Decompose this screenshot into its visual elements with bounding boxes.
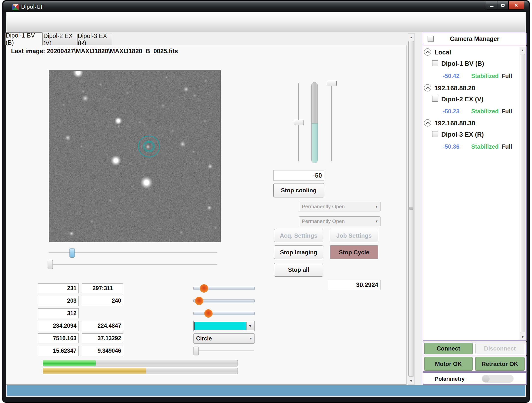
contrast-slider-handle[interactable] [70,248,75,258]
scroll-down-icon[interactable]: ▼ [519,333,526,340]
average-aperture-field[interactable]: 234.2094 [38,321,79,331]
star-field-image[interactable] [49,70,221,242]
stop-cooling-button[interactable]: Stop cooling [273,183,324,197]
chevron-down-icon: ▼ [373,205,380,208]
aperture-slider[interactable] [193,287,255,290]
last-image-path: Last image: 20200427\MAXIJ1820\MAXIJ1820… [11,48,178,55]
tree-group-ip20[interactable]: 192.168.88.20 [434,84,475,92]
internal-shutter-dropdown[interactable]: Permanently Open ▼ [299,202,380,211]
polarimetry-label: Polarimetry [435,376,465,382]
target-temperature-input[interactable]: -50 [273,170,324,181]
tree-camera-dipol1[interactable]: Dipol-1 BV (B) [441,60,484,67]
camera1-status: Stabilized [471,73,499,79]
chevron-up-icon [426,86,430,90]
intensity-aperture-field[interactable]: 7510.163 [38,333,79,343]
camera1-temperature: -50.42 [443,73,459,79]
acquisition-progress-fill [43,360,96,366]
annulus-slider[interactable] [193,312,255,315]
tab-label: Dipol-2 EX (V) [43,32,77,47]
line-thickness-handle[interactable] [193,347,199,355]
chevron-down-icon[interactable]: ▼ [246,322,254,330]
act-time-field[interactable]: 30.2924 [328,280,380,290]
camera-checkbox-dipol1[interactable] [432,60,438,66]
camera1-fan-mode: Full [502,73,512,79]
camera-checkbox-dipol2[interactable] [432,96,438,102]
expander-local[interactable] [424,48,431,56]
chevron-down-icon: ▼ [247,337,254,340]
image-contrast-slider[interactable] [49,252,217,253]
main-scrollbar[interactable]: ▲ ▼ [408,33,415,385]
cycle-progress-bar [43,368,238,374]
close-button[interactable]: ✕ [508,1,524,10]
toolbar-strip [7,12,525,32]
color-dropdown[interactable]: ▼ [193,321,255,331]
polarimetry-toggle[interactable] [482,375,514,383]
type-dropdown[interactable]: Circle ▼ [193,333,255,344]
stop-imaging-button[interactable]: Stop Imaging [274,245,323,259]
maximum-aperture-field[interactable]: 312 [38,308,79,318]
maximize-button[interactable] [497,1,508,10]
internal-shutter-value: Permanently Open [299,204,373,209]
minimum-aperture-field[interactable]: 203 [38,296,79,306]
tree-group-local[interactable]: Local [434,49,451,56]
fan-slider[interactable] [331,83,332,161]
color-swatch [194,322,246,330]
stop-all-button[interactable]: Stop all [274,263,323,277]
camera2-fan-mode: Full [502,108,512,115]
tree-scrollbar[interactable]: ▲ ▼ [519,47,526,340]
status-bar [7,385,525,396]
center-value-field[interactable]: 240 [82,296,123,306]
tree-scrollbar-thumb[interactable] [520,54,525,332]
gap-slider[interactable] [193,299,255,302]
camera2-temperature: -50.23 [443,108,459,115]
annulus-sd-field[interactable]: 9.349046 [82,346,123,356]
snr-field[interactable]: 37.13292 [82,333,123,343]
external-shutter-dropdown[interactable]: Permanently Open ▼ [299,216,380,226]
fan-slider-handle[interactable] [327,81,337,86]
cooler-thermometer [311,82,318,163]
tab-label: Dipol-1 BV (B) [6,32,42,46]
chevron-up-icon [426,121,430,125]
annulus-slider-handle[interactable] [204,309,213,318]
gap-slider-handle[interactable] [195,297,203,305]
main-scrollbar-thumb[interactable] [408,41,414,377]
motor-ok-button[interactable]: Motor OK [424,357,472,371]
tab-dipol-1[interactable]: Dipol-1 BV (B) [5,32,43,45]
minimize-button[interactable] [486,1,497,10]
cycle-progress-fill [43,368,146,374]
tree-camera-dipol2[interactable]: Dipol-2 EX (V) [441,95,483,103]
screen: Dipol-UF ✕ Dipol-1 BV (B) Dipol-2 EX (V)… [0,0,532,403]
tree-group-ip30[interactable]: 192.168.88.30 [434,119,475,127]
stop-cycle-button[interactable]: Stop Cycle [330,245,378,259]
titlebar[interactable]: Dipol-UF [3,1,529,12]
toggle-knob [482,375,490,382]
expander-ip20[interactable] [424,84,431,91]
aperture-slider-handle[interactable] [200,284,208,293]
tab-label: Dipol-3 EX (R) [78,32,112,47]
acq-settings-button[interactable]: Acq. Settings [274,229,323,242]
retractor-ok-button[interactable]: Retractor OK [475,357,524,371]
scroll-up-icon[interactable]: ▲ [519,47,526,53]
camera-checkbox-dipol3[interactable] [432,131,438,137]
line-thickness-slider[interactable] [195,351,254,351]
median-aperture-field[interactable]: 231 [38,283,79,293]
expander-ip30[interactable] [424,119,431,127]
window-controls: ✕ [486,1,524,10]
cooler-temp-slider-handle[interactable] [294,120,304,125]
scroll-down-icon[interactable]: ▼ [408,377,414,384]
cooler-temp-slider[interactable] [298,83,299,161]
image-brightness-slider[interactable] [49,264,217,265]
tree-camera-dipol3[interactable]: Dipol-3 EX (R) [441,131,484,138]
tab-dipol-3[interactable]: Dipol-3 EX (R) [77,34,112,45]
center-pixel-field[interactable]: 297:311 [82,283,123,293]
tab-dipol-2[interactable]: Dipol-2 EX (V) [43,34,77,45]
job-settings-button[interactable]: Job Settings [330,229,378,242]
sd-aperture-field[interactable]: 15.62347 [38,346,79,356]
maximize-icon [501,4,505,7]
annulus-average-field[interactable]: 224.4847 [82,321,123,331]
scroll-up-icon[interactable]: ▲ [408,34,414,40]
connect-button[interactable]: Connect [424,343,472,354]
camera-manager-checkbox[interactable] [428,36,434,42]
brightness-slider-handle[interactable] [48,260,53,269]
disconnect-button[interactable]: Disconnect [475,343,524,354]
